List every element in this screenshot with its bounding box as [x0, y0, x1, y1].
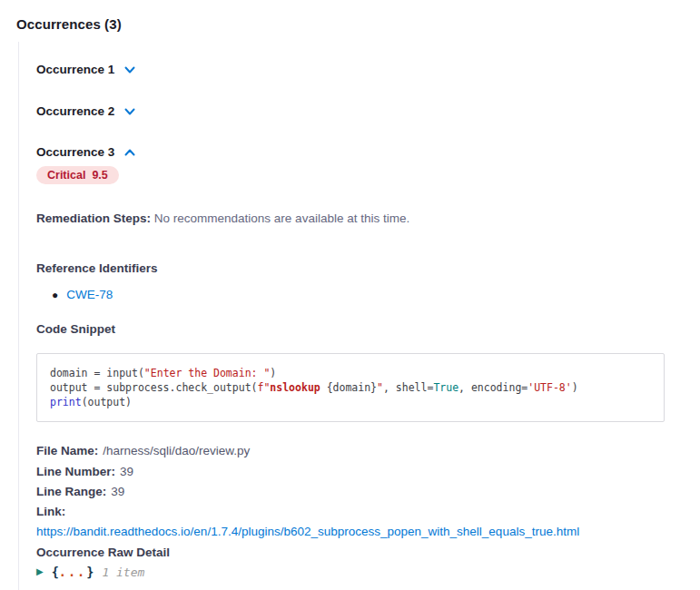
occurrence-2-label: Occurrence 2 — [36, 104, 114, 118]
cwe-link[interactable]: CWE-78 — [66, 288, 113, 301]
chevron-down-icon[interactable] — [123, 64, 136, 75]
reference-identifier-item: ● CWE-78 — [36, 288, 113, 301]
line-number-label: Line Number: — [36, 465, 115, 478]
file-name-value: /harness/sqli/dao/review.py — [103, 444, 250, 457]
page-title: Occurrences (3) — [16, 16, 122, 32]
reference-identifiers-heading: Reference Identifiers — [36, 261, 158, 275]
collapsed-json-object[interactable]: {...} — [52, 565, 94, 579]
left-guide-line — [18, 42, 19, 590]
bullet-icon: ● — [52, 290, 58, 300]
bandit-doc-link[interactable]: https://bandit.readthedocs.io/en/1.7.4/p… — [36, 525, 579, 538]
line-number-value: 39 — [120, 465, 133, 478]
severity-score: 9.5 — [92, 169, 107, 182]
ellipsis-icon: ... — [59, 565, 86, 579]
occurrence-1-header[interactable]: Occurrence 1 — [36, 63, 136, 76]
line-range-label: Line Range: — [36, 485, 106, 498]
line-number-row: Line Number:39 — [36, 465, 133, 478]
occurrence-3-header[interactable]: Occurrence 3 — [36, 145, 136, 159]
chevron-down-icon[interactable] — [123, 106, 136, 117]
severity-level: Critical — [47, 169, 85, 182]
line-range-value: 39 — [111, 485, 124, 498]
severity-badge: Critical 9.5 — [36, 166, 119, 184]
remediation-steps: Remediation Steps: No recommendations ar… — [36, 211, 409, 225]
code-block: domain = input("Enter the Domain: ")outp… — [36, 353, 665, 422]
raw-detail-json-row: ▶ {...} 1 item — [36, 565, 144, 579]
occurrence-2-header[interactable]: Occurrence 2 — [36, 104, 136, 118]
remediation-text: No recommendations are available at this… — [154, 211, 409, 225]
link-url-row: https://bandit.readthedocs.io/en/1.7.4/p… — [36, 525, 579, 538]
file-name-row: File Name:/harness/sqli/dao/review.py — [36, 444, 250, 457]
occurrences-panel: Occurrences (3) Occurrence 1 Occurrence … — [0, 0, 700, 590]
occurrence-1-label: Occurrence 1 — [36, 63, 114, 76]
link-label: Link: — [36, 505, 65, 518]
link-label-row: Link: — [36, 505, 70, 518]
occurrence-3-label: Occurrence 3 — [36, 145, 114, 159]
code-snippet-heading: Code Snippet — [36, 322, 115, 336]
expand-triangle-icon[interactable]: ▶ — [36, 567, 44, 576]
remediation-label: Remediation Steps: — [36, 211, 151, 225]
line-range-row: Line Range:39 — [36, 485, 124, 498]
chevron-up-icon[interactable] — [123, 147, 136, 158]
brace-close: } — [86, 565, 94, 579]
item-count: 1 item — [102, 565, 144, 579]
brace-open: { — [52, 565, 59, 579]
raw-detail-heading: Occurrence Raw Detail — [36, 546, 170, 559]
file-name-label: File Name: — [36, 444, 98, 457]
